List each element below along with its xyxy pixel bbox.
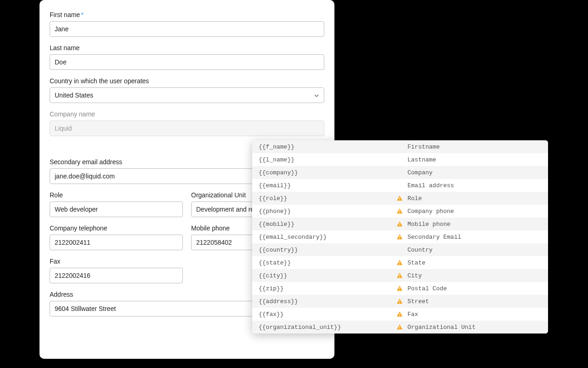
variable-label: Mobile phone: [407, 221, 451, 228]
variable-token: {{role}}: [259, 195, 396, 202]
variable-row[interactable]: {{f_name}}Firstname: [252, 140, 548, 153]
svg-rect-19: [399, 328, 400, 328]
variable-row[interactable]: {{mobile}}Mobile phone: [252, 218, 548, 230]
first-name-label: First name*: [50, 11, 324, 18]
variable-label: Email address: [407, 182, 454, 189]
warning-icon: [396, 195, 407, 201]
country-select-value: United States: [55, 92, 93, 99]
company-phone-label: Company telephone: [50, 224, 183, 232]
svg-rect-2: [399, 210, 400, 212]
variable-label: Company phone: [407, 208, 454, 215]
variable-label: Secondary Email: [407, 234, 461, 241]
company-phone-input[interactable]: [50, 235, 183, 250]
svg-rect-3: [399, 212, 400, 213]
variable-row[interactable]: {{city}}City: [252, 269, 548, 282]
fax-field: Fax: [50, 258, 183, 283]
variable-token: {{f_name}}: [259, 144, 396, 150]
svg-rect-15: [399, 302, 400, 303]
variable-label: Organizational Unit: [407, 324, 475, 331]
svg-rect-14: [399, 300, 400, 302]
svg-rect-10: [399, 275, 400, 276]
variable-label: Company: [407, 169, 433, 176]
variable-label: City: [407, 272, 422, 279]
svg-rect-9: [399, 264, 400, 264]
variable-token: {{fax}}: [259, 311, 396, 318]
company-name-label: Company name: [50, 110, 324, 118]
variable-row[interactable]: {{country}}Country: [252, 243, 548, 256]
fax-input[interactable]: [50, 268, 183, 283]
variable-row[interactable]: {{fax}}Fax: [252, 308, 548, 321]
variable-row[interactable]: {{address}}Street: [252, 295, 548, 308]
svg-rect-5: [399, 225, 400, 225]
country-label: Country in which the user operates: [50, 77, 324, 85]
country-select[interactable]: United States: [50, 87, 324, 103]
svg-rect-8: [399, 262, 400, 264]
country-field: Country in which the user operates Unite…: [50, 77, 324, 103]
variable-row[interactable]: {{state}}State: [252, 256, 548, 269]
first-name-field: First name*: [50, 11, 324, 37]
variable-row[interactable]: {{email_secondary}}Secondary Email: [252, 230, 548, 243]
warning-icon: [396, 221, 407, 227]
variable-token: {{zip}}: [259, 285, 396, 292]
company-phone-field: Company telephone: [50, 224, 183, 250]
variable-token: {{state}}: [259, 259, 396, 266]
last-name-field: Last name: [50, 44, 324, 70]
warning-icon: [396, 234, 407, 240]
variable-token: {{country}}: [259, 247, 396, 253]
warning-icon: [396, 298, 407, 305]
svg-rect-13: [399, 289, 400, 290]
svg-rect-16: [399, 313, 400, 315]
svg-rect-18: [399, 326, 400, 328]
variable-label: Postal Code: [407, 285, 447, 292]
variable-token: {{phone}}: [259, 208, 396, 215]
svg-rect-6: [399, 236, 400, 238]
variable-label: Lastname: [407, 156, 436, 163]
svg-rect-7: [399, 238, 400, 238]
first-name-input[interactable]: [50, 21, 324, 37]
svg-rect-11: [399, 276, 400, 277]
last-name-input[interactable]: [50, 54, 324, 70]
role-input[interactable]: [50, 201, 183, 217]
variable-row[interactable]: {{zip}}Postal Code: [252, 282, 548, 295]
svg-rect-4: [399, 223, 400, 225]
variable-token: {{l_name}}: [259, 156, 396, 163]
variable-token: {{company}}: [259, 169, 396, 176]
role-field: Role: [50, 191, 183, 217]
svg-rect-1: [399, 199, 400, 200]
variable-token: {{organizational_unit}}: [259, 324, 396, 331]
variable-row[interactable]: {{company}}Company: [252, 166, 548, 179]
variables-panel: {{f_name}}Firstname{{l_name}}Lastname{{c…: [252, 140, 548, 334]
warning-icon: [396, 324, 407, 330]
last-name-label: Last name: [50, 44, 324, 52]
warning-icon: [396, 259, 407, 266]
company-name-field: Company name: [50, 110, 324, 136]
variable-token: {{mobile}}: [259, 221, 396, 228]
variable-label: Country: [407, 247, 433, 253]
variable-token: {{address}}: [259, 298, 396, 305]
company-name-input: [50, 121, 324, 136]
variable-label: Fax: [407, 311, 418, 318]
fax-label: Fax: [50, 258, 183, 265]
role-label: Role: [50, 191, 183, 199]
svg-rect-0: [399, 197, 400, 199]
variable-row[interactable]: {{organizational_unit}}Organizational Un…: [252, 321, 548, 334]
warning-icon: [396, 208, 407, 214]
variable-label: Role: [407, 195, 422, 202]
variable-row[interactable]: {{email}}Email address: [252, 179, 548, 192]
variable-token: {{email}}: [259, 182, 396, 189]
variable-label: Street: [407, 298, 429, 305]
variable-row[interactable]: {{role}}Role: [252, 192, 548, 205]
warning-icon: [396, 285, 407, 292]
svg-rect-17: [399, 315, 400, 316]
variable-label: State: [407, 259, 425, 266]
variable-token: {{city}}: [259, 272, 396, 279]
svg-rect-12: [399, 288, 400, 289]
warning-icon: [396, 311, 407, 317]
required-indicator: *: [81, 11, 83, 18]
variable-token: {{email_secondary}}: [259, 234, 396, 241]
variable-label: Firstname: [407, 144, 440, 150]
warning-icon: [396, 272, 407, 279]
variable-row[interactable]: {{l_name}}Lastname: [252, 153, 548, 166]
chevron-down-icon: [314, 92, 319, 98]
variable-row[interactable]: {{phone}}Company phone: [252, 205, 548, 218]
